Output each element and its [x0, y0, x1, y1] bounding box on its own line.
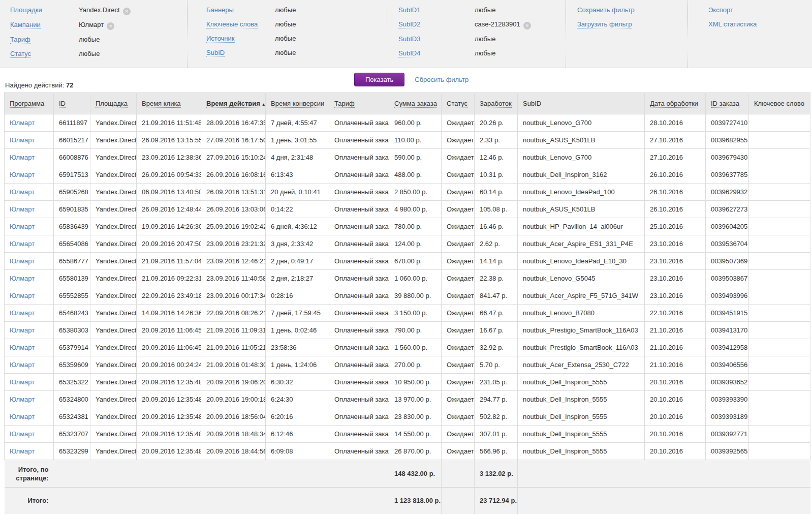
column-header-order_id: ID заказа — [706, 93, 749, 114]
remove-filter-icon[interactable]: × — [523, 22, 531, 29]
program-link[interactable]: Юлмарт — [10, 430, 35, 438]
filter-label-cell: Источник — [206, 34, 275, 43]
filter-label-link[interactable]: Ключевые слова — [206, 20, 258, 28]
sort-link-process_date[interactable]: Дата обработки — [650, 100, 698, 108]
filter-label-link[interactable]: Кампании — [10, 21, 41, 29]
save-filter-link[interactable]: Сохранить фильтр — [577, 6, 635, 14]
filter-label-link[interactable]: Площадки — [10, 6, 42, 14]
sort-link-click_time[interactable]: Время клика — [142, 100, 181, 108]
filter-label-link[interactable]: Баннеры — [206, 6, 234, 14]
program-link[interactable]: Юлмарт — [10, 413, 35, 420]
table-row: Юлмарт65552855Yandex.Direct22.09.2016 23… — [5, 287, 810, 305]
cell-tariff: Оплаченный заказ — [329, 426, 389, 443]
program-link[interactable]: Юлмарт — [10, 326, 35, 334]
filter-label-link[interactable]: SubID2 — [398, 20, 420, 28]
filter-value: Юлмарт× — [79, 20, 114, 30]
sort-link-id[interactable]: ID — [59, 100, 66, 108]
cell-order_id: 0039679430 — [706, 149, 749, 166]
cell-conversion_time: 6:30:32 — [266, 374, 329, 391]
filter-label-link[interactable]: Статус — [10, 50, 31, 58]
cell-order_sum: 124.00 р. — [389, 235, 442, 253]
program-link[interactable]: Юлмарт — [10, 154, 35, 161]
totals-cell-status — [442, 488, 475, 514]
program-link[interactable]: Юлмарт — [10, 378, 35, 386]
program-link[interactable]: Юлмарт — [10, 136, 35, 144]
sort-link-status[interactable]: Статус — [447, 100, 467, 108]
cell-keyword — [749, 218, 810, 235]
load-filter-link[interactable]: Загрузить фильтр — [577, 20, 632, 28]
export-link[interactable]: Экспорт — [708, 6, 733, 14]
cell-tariff: Оплаченный заказ — [329, 305, 389, 322]
table-row: Юлмарт65324800Yandex.Direct20.09.2016 12… — [5, 391, 810, 408]
sort-link-order_sum[interactable]: Сумма заказа — [394, 100, 437, 108]
program-link[interactable]: Юлмарт — [10, 292, 35, 299]
table-row: Юлмарт65917513Yandex.Direct26.09.2016 09… — [5, 166, 810, 184]
program-link[interactable]: Юлмарт — [10, 447, 35, 455]
cell-order_sum: 960.00 р. — [389, 114, 442, 132]
cell-action_time: 23.09.2016 00:17:34 — [201, 287, 266, 305]
totals-cell-click_time — [137, 488, 201, 514]
cell-earnings: 841.47 р. — [475, 287, 518, 305]
cell-keyword — [749, 201, 810, 218]
program-link[interactable]: Юлмарт — [10, 257, 35, 265]
cell-click_time: 20.09.2016 11:06:45 — [137, 322, 201, 339]
filter-label-link[interactable]: SubID1 — [398, 6, 420, 14]
cell-status: Ожидает — [442, 218, 475, 235]
program-link[interactable]: Юлмарт — [10, 240, 35, 248]
totals-cell-program: Итого: — [5, 488, 54, 514]
cell-earnings: 566.96 р. — [475, 443, 518, 460]
cell-click_time: 06.09.2016 13:40:50 — [137, 184, 201, 201]
cell-action_time: 25.09.2016 19:02:42 — [201, 218, 266, 235]
filter-label-link[interactable]: Источник — [206, 35, 235, 43]
cell-conversion_time: 6:13:43 — [266, 166, 329, 184]
filter-label-cell: SubID4 — [398, 48, 475, 58]
remove-filter-icon[interactable]: × — [107, 22, 114, 30]
sort-link-platform[interactable]: Площадка — [96, 100, 128, 108]
sort-link-earnings[interactable]: Заработок — [480, 100, 512, 108]
sort-link-action_time[interactable]: Время действия — [206, 100, 260, 108]
cell-keyword — [749, 287, 810, 305]
filter-label-link[interactable]: SubID — [206, 49, 225, 57]
show-button[interactable]: Показать — [354, 73, 404, 86]
reset-filter-link[interactable]: Сбросить фильтр — [415, 76, 469, 83]
cell-id: 65324800 — [54, 391, 90, 408]
cell-earnings: 20.26 р. — [475, 114, 518, 132]
program-link[interactable]: Юлмарт — [10, 223, 35, 230]
cell-status: Ожидает — [442, 235, 475, 253]
filter-value: Yandex.Direct× — [79, 5, 131, 15]
sort-link-program[interactable]: Программа — [10, 100, 44, 108]
xml-statistics-link[interactable]: XML статистика — [708, 20, 757, 28]
filter-label-link[interactable]: SubID3 — [398, 35, 420, 43]
cell-keyword — [749, 166, 810, 184]
cell-earnings: 2.62 р. — [475, 235, 518, 253]
sort-link-conversion_time[interactable]: Время конверсии — [271, 100, 324, 108]
program-link[interactable]: Юлмарт — [10, 361, 35, 369]
program-link[interactable]: Юлмарт — [10, 119, 35, 127]
program-link[interactable]: Юлмарт — [10, 171, 35, 178]
filter-label-cell: Площадки — [10, 5, 79, 15]
sort-link-tariff[interactable]: Тариф — [334, 100, 355, 108]
program-link[interactable]: Юлмарт — [10, 396, 35, 403]
sort-link-order_id[interactable]: ID заказа — [711, 100, 739, 108]
cell-order_sum: 1 060.00 р. — [389, 270, 442, 287]
filter-label-link[interactable]: SubID4 — [398, 49, 420, 57]
table-row: Юлмарт65836439Yandex.Direct19.09.2016 14… — [5, 218, 810, 235]
filter-label-cell: Баннеры — [206, 5, 275, 15]
remove-filter-icon[interactable]: × — [123, 8, 131, 15]
program-link[interactable]: Юлмарт — [10, 344, 35, 351]
cell-program: Юлмарт — [5, 374, 54, 391]
column-header-process_date: Дата обработки — [645, 93, 706, 114]
program-link[interactable]: Юлмарт — [10, 188, 35, 196]
cell-tariff: Оплаченный заказ — [329, 201, 389, 218]
program-link[interactable]: Юлмарт — [10, 275, 35, 282]
program-link[interactable]: Юлмарт — [10, 205, 35, 213]
program-link[interactable]: Юлмарт — [10, 309, 35, 317]
totals-cell-process_date — [645, 460, 706, 488]
cell-status: Ожидает — [442, 339, 475, 356]
cell-tariff: Оплаченный заказ — [329, 253, 389, 270]
cell-conversion_time: 1 день, 0:02:46 — [266, 322, 329, 339]
cell-subid: noutbuk_Acer_Aspire_ES1_331_P4E — [518, 235, 645, 253]
table-row: Юлмарт65379914Yandex.Direct20.09.2016 11… — [5, 339, 810, 356]
filter-label-link[interactable]: Тариф — [10, 36, 30, 44]
cell-tariff: Оплаченный заказ — [329, 270, 389, 287]
